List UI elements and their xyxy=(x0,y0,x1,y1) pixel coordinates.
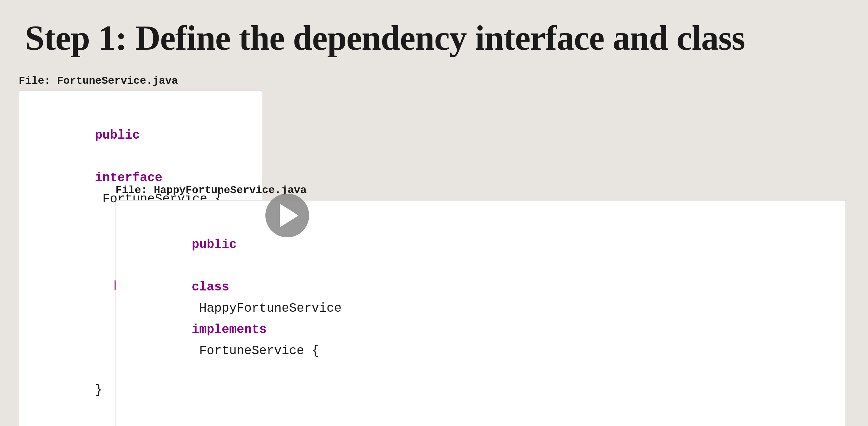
keyword-implements: implements xyxy=(192,323,267,337)
page-title: Step 1: Define the dependency interface … xyxy=(25,19,843,57)
keyword-public-b1: public xyxy=(192,238,237,252)
bottom-file-label: File: HappyFortuneService.java xyxy=(116,184,846,196)
top-file-label: File: FortuneService.java xyxy=(19,75,262,87)
keyword-public: public xyxy=(95,128,140,143)
keyword-class: class xyxy=(192,280,229,294)
bottom-code-line-1: public class HappyFortuneService impleme… xyxy=(132,213,830,383)
play-icon xyxy=(280,204,299,227)
bottom-code-section: File: HappyFortuneService.java public cl… xyxy=(116,184,846,426)
bottom-code-line-2: public String getFortune() { xyxy=(132,404,830,426)
page-container: Step 1: Define the dependency interface … xyxy=(0,0,868,426)
bottom-code-box: public class HappyFortuneService impleme… xyxy=(116,200,846,426)
bottom-code-line-blank-1 xyxy=(132,383,830,404)
keyword-interface: interface xyxy=(95,171,162,185)
play-button[interactable] xyxy=(266,194,309,237)
